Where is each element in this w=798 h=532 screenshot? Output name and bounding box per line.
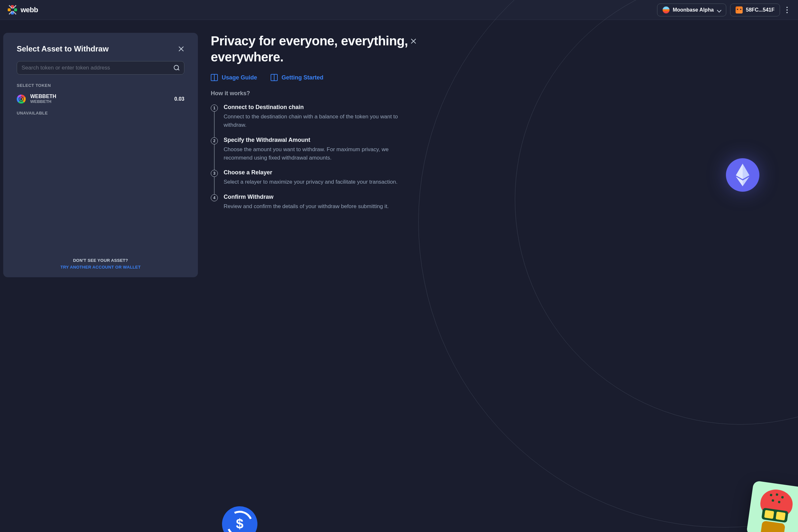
app-header: webb Moonbase Alpha 58FC...541F — [0, 0, 798, 20]
step-item: 2 Specify the Withdrawal Amount Choose t… — [211, 137, 417, 170]
footer-question: DON'T SEE YOUR ASSET? — [17, 258, 184, 263]
book-icon — [271, 74, 278, 81]
step-title: Choose a Relayer — [224, 169, 397, 176]
step-number: 2 — [211, 137, 218, 145]
hero-title: Privacy for everyone, everything, everyw… — [211, 33, 417, 65]
network-selector[interactable]: Moonbase Alpha — [657, 3, 726, 16]
step-number: 3 — [211, 170, 218, 177]
svg-marker-1 — [736, 164, 743, 179]
token-row[interactable]: WEBBETH WEBBETH 0.03 — [17, 92, 184, 111]
step-title: Specify the Withdrawal Amount — [224, 137, 417, 144]
step-desc: Select a relayer to maximize your privac… — [224, 178, 397, 186]
nft-card-icon — [746, 480, 798, 532]
account-selector[interactable]: 58FC...541F — [730, 3, 780, 16]
book-icon — [211, 74, 218, 81]
step-desc: Choose the amount you want to withdraw. … — [224, 145, 417, 163]
step-title: Connect to Destination chain — [224, 104, 417, 111]
step-number: 4 — [211, 194, 218, 201]
close-icon[interactable] — [178, 46, 184, 52]
steps-list: 1 Connect to Destination chain Connect t… — [211, 104, 417, 211]
section-label-select-token: SELECT TOKEN — [17, 83, 184, 88]
panel-title: Select Asset to Withdraw — [17, 44, 109, 53]
search-icon — [174, 65, 180, 71]
step-item: 1 Connect to Destination chain Connect t… — [211, 104, 417, 137]
search-field[interactable] — [17, 61, 184, 75]
select-asset-panel: Select Asset to Withdraw SELECT TOKEN WE… — [3, 33, 198, 277]
section-label-unavailable: UNAVAILABLE — [17, 111, 184, 115]
info-section: Privacy for everyone, everything, everyw… — [211, 33, 417, 529]
getting-started-link[interactable]: Getting Started — [271, 74, 323, 81]
try-another-wallet-link[interactable]: TRY ANOTHER ACCOUNT OR WALLET — [17, 265, 184, 269]
brand-name: webb — [21, 6, 38, 14]
step-number: 1 — [211, 104, 218, 112]
getting-started-label: Getting Started — [281, 74, 323, 81]
wallet-icon — [736, 6, 743, 14]
usage-guide-label: Usage Guide — [222, 74, 257, 81]
usage-guide-link[interactable]: Usage Guide — [211, 74, 257, 81]
token-balance: 0.03 — [174, 96, 184, 102]
step-item: 4 Confirm Withdraw Review and confirm th… — [211, 194, 417, 211]
account-label: 58FC...541F — [746, 7, 775, 13]
network-icon — [663, 6, 670, 14]
token-icon — [17, 95, 26, 103]
ethereum-coin-icon — [726, 158, 759, 192]
network-label: Moonbase Alpha — [673, 7, 714, 13]
chevron-down-icon — [717, 8, 721, 12]
how-it-works-label: How it works? — [211, 90, 417, 97]
step-desc: Review and confirm the details of your w… — [224, 202, 389, 211]
token-name: WEBBETH — [30, 94, 56, 99]
more-menu-button[interactable] — [784, 4, 790, 16]
step-title: Confirm Withdraw — [224, 194, 389, 201]
step-item: 3 Choose a Relayer Select a relayer to m… — [211, 169, 417, 193]
brand-logo[interactable]: webb — [8, 5, 38, 15]
search-input[interactable] — [22, 65, 170, 71]
close-icon[interactable] — [410, 38, 417, 44]
token-symbol: WEBBETH — [30, 99, 56, 104]
step-desc: Connect to the destination chain with a … — [224, 113, 417, 130]
logo-icon — [8, 5, 17, 15]
